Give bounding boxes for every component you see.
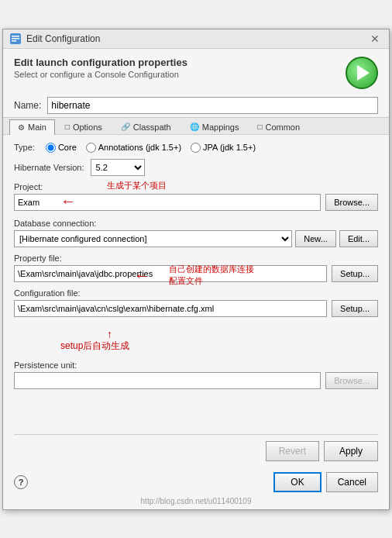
property-setup-button[interactable]: Setup... xyxy=(332,265,378,282)
classpath-tab-icon: 🔗 xyxy=(121,122,130,131)
db-connection-section: Database connection: [Hibernate configur… xyxy=(14,219,378,247)
main-tab-content: Type: Core Annotations (jdk 1.5+) JPA (j… xyxy=(3,135,389,429)
setup-annotation-arrow: ↑ xyxy=(107,328,112,340)
footer-row: ? OK Cancel xyxy=(3,472,389,495)
name-label: Name: xyxy=(14,100,41,111)
db-new-button[interactable]: New... xyxy=(295,230,336,247)
help-icon[interactable]: ? xyxy=(14,475,28,489)
mappings-tab-icon: 🌐 xyxy=(190,122,199,131)
titlebar: Edit Configuration ✕ xyxy=(3,29,389,49)
persistence-section: Persistence unit: Browse... xyxy=(14,360,378,389)
dialog-title: Edit Configuration xyxy=(26,33,100,44)
revert-apply-row: Revert Apply xyxy=(14,441,378,461)
project-browse-button[interactable]: Browse... xyxy=(325,194,378,211)
project-input-row: Browse... xyxy=(14,194,378,211)
project-label: Project: xyxy=(14,182,378,191)
name-row: Name: xyxy=(3,94,389,117)
close-button[interactable]: ✕ xyxy=(367,33,383,44)
radio-group: Core Annotations (jdk 1.5+) JPA (jdk 1.5… xyxy=(46,143,256,153)
persistence-label: Persistence unit: xyxy=(14,360,378,370)
bottom-bar: Revert Apply xyxy=(3,429,389,472)
tab-common[interactable]: □ Common xyxy=(249,119,308,134)
ok-button[interactable]: OK xyxy=(273,472,321,492)
header-subtitle: Select or configure a Console Configurat… xyxy=(14,70,187,79)
svg-rect-2 xyxy=(12,38,19,40)
run-icon[interactable] xyxy=(346,57,378,89)
tabs-bar: ⚙ Main □ Options 🔗 Classpath 🌐 Mappings … xyxy=(3,117,389,135)
persistence-browse-button[interactable]: Browse... xyxy=(325,372,378,389)
config-file-row: Setup... xyxy=(14,300,378,317)
titlebar-left: Edit Configuration xyxy=(9,33,100,45)
db-edit-button[interactable]: Edit... xyxy=(339,230,378,247)
property-file-input[interactable] xyxy=(14,265,327,282)
radio-annotations[interactable]: Annotations (jdk 1.5+) xyxy=(86,143,181,153)
version-row: Hibernate Version: 5.2 5.0 4.3 4.0 xyxy=(14,159,378,176)
separator xyxy=(14,434,378,435)
revert-button[interactable]: Revert xyxy=(266,441,319,461)
version-label: Hibernate Version: xyxy=(14,163,84,172)
config-file-input[interactable] xyxy=(14,300,327,317)
radio-core[interactable]: Core xyxy=(46,143,77,153)
apply-button[interactable]: Apply xyxy=(324,441,378,461)
watermark-row: http://blog.csdn.net/u011400109 xyxy=(3,495,389,509)
project-section: Project: Browse... ← 生成于某个项目 xyxy=(14,182,378,211)
tab-main-label: Main xyxy=(28,122,46,132)
property-file-row: Setup... xyxy=(14,265,378,282)
svg-rect-1 xyxy=(12,36,19,37)
tab-mappings[interactable]: 🌐 Mappings xyxy=(181,119,248,134)
project-input[interactable] xyxy=(14,194,321,211)
persistence-row: Browse... xyxy=(14,372,378,389)
dialog-icon xyxy=(9,33,22,45)
header-section: Edit launch configuration properties Sel… xyxy=(3,49,389,94)
watermark-text: http://blog.csdn.net/u011400109 xyxy=(141,497,252,505)
property-file-label: Property file: xyxy=(14,253,378,263)
tab-mappings-label: Mappings xyxy=(202,122,239,132)
tab-options-label: Options xyxy=(73,122,102,132)
options-tab-icon: □ xyxy=(65,122,70,131)
setup-annotation-text: setup后自动生成 xyxy=(60,340,129,353)
tab-classpath[interactable]: 🔗 Classpath xyxy=(112,119,180,134)
tab-main[interactable]: ⚙ Main xyxy=(9,119,55,135)
type-row: Type: Core Annotations (jdk 1.5+) JPA (j… xyxy=(14,143,378,153)
tab-classpath-label: Classpath xyxy=(133,122,171,132)
persistence-input[interactable] xyxy=(14,372,321,389)
property-file-section: Property file: Setup... 自己创建的数据库连接 配置文件 … xyxy=(14,253,378,282)
version-select[interactable]: 5.2 5.0 4.3 4.0 xyxy=(91,159,145,176)
db-connection-label: Database connection: xyxy=(14,219,378,228)
header-text: Edit launch configuration properties Sel… xyxy=(14,57,187,79)
name-input[interactable] xyxy=(47,97,378,114)
db-connection-row: [Hibernate configured connection] New...… xyxy=(14,230,378,247)
edit-configuration-dialog: Edit Configuration ✕ Edit launch configu… xyxy=(2,29,390,510)
type-label: Type: xyxy=(14,143,35,152)
db-connection-select[interactable]: [Hibernate configured connection] xyxy=(14,230,292,247)
main-tab-icon: ⚙ xyxy=(18,123,25,132)
radio-jpa[interactable]: JPA (jdk 1.5+) xyxy=(191,143,256,153)
ok-cancel-row: OK Cancel xyxy=(273,472,378,492)
config-setup-button[interactable]: Setup... xyxy=(332,300,378,317)
svg-rect-3 xyxy=(12,40,16,42)
cancel-button[interactable]: Cancel xyxy=(326,472,378,492)
tab-options[interactable]: □ Options xyxy=(57,119,111,134)
config-file-label: Configuration file: xyxy=(14,288,378,298)
config-file-section: Configuration file: Setup... ↑ setup后自动生… xyxy=(14,288,378,317)
common-tab-icon: □ xyxy=(257,122,262,131)
tab-common-label: Common xyxy=(265,122,300,132)
header-title: Edit launch configuration properties xyxy=(14,57,187,68)
